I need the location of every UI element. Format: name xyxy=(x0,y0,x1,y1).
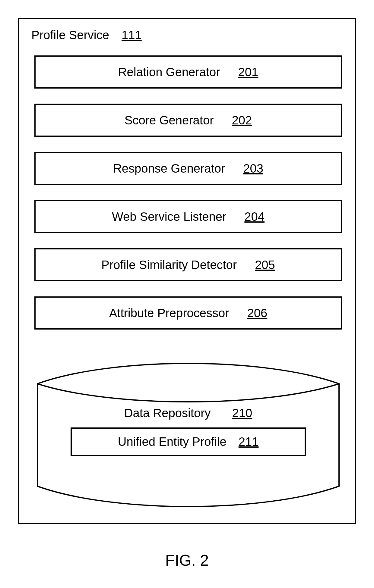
service-title: Profile Service 111 xyxy=(31,28,142,42)
component-label: Score Generator xyxy=(125,114,214,127)
figure-caption: FIG. 2 xyxy=(0,551,374,569)
component-label: Relation Generator xyxy=(118,65,220,79)
profile-similarity-detector-box: Profile Similarity Detector 205 xyxy=(34,248,342,281)
component-ref: 201 xyxy=(238,65,258,79)
component-ref: 203 xyxy=(243,162,263,175)
component-label: Profile Similarity Detector xyxy=(101,258,237,272)
inner-label: Unified Entity Profile xyxy=(118,435,227,449)
component-ref: 202 xyxy=(232,114,252,127)
service-title-ref: 111 xyxy=(122,28,142,42)
component-label: Response Generator xyxy=(113,162,225,175)
component-ref: 204 xyxy=(244,210,265,224)
attribute-preprocessor-box: Attribute Preprocessor 206 xyxy=(34,296,342,330)
component-label: Web Service Listener xyxy=(112,210,226,224)
relation-generator-box: Relation Generator 201 xyxy=(34,55,342,89)
component-ref: 205 xyxy=(255,258,275,272)
profile-service-container: Profile Service 111 Relation Generator 2… xyxy=(18,18,356,524)
web-service-listener-box: Web Service Listener 204 xyxy=(34,200,342,233)
component-ref: 206 xyxy=(247,306,268,320)
unified-entity-profile-box: Unified Entity Profile 211 xyxy=(71,427,306,456)
service-title-label: Profile Service xyxy=(31,28,109,42)
data-repository-container: Data Repository 210 Unified Entity Profi… xyxy=(34,360,342,510)
repository-label: Data Repository xyxy=(124,406,211,420)
score-generator-box: Score Generator 202 xyxy=(34,104,342,137)
response-generator-box: Response Generator 203 xyxy=(34,152,342,185)
repository-ref: 210 xyxy=(232,406,252,420)
inner-ref: 211 xyxy=(239,435,259,449)
component-label: Attribute Preprocessor xyxy=(109,306,229,320)
repository-title: Data Repository 210 xyxy=(34,406,342,420)
